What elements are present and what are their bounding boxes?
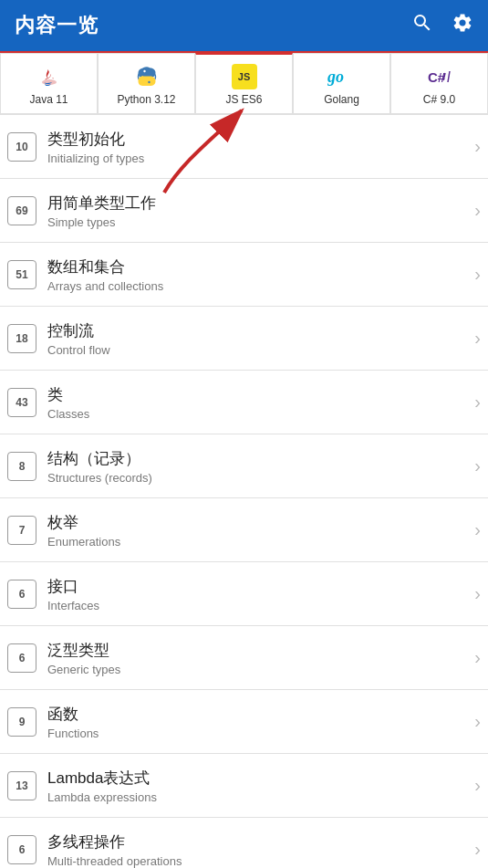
chevron-right-icon: › xyxy=(474,392,481,413)
tab-csharp[interactable]: C# C# 9.0 xyxy=(390,53,488,113)
badge-count: 18 xyxy=(7,324,36,353)
chevron-right-icon: › xyxy=(474,583,481,604)
svg-text:C#: C# xyxy=(428,69,446,85)
tab-java-label: Java 11 xyxy=(29,93,67,106)
item-title-chinese: 数组和集合 xyxy=(47,256,469,277)
content-list: 10 类型初始化 Initializing of types › 69 用简单类… xyxy=(0,115,488,868)
item-text: 函数 Functions xyxy=(47,704,469,740)
chevron-right-icon: › xyxy=(474,647,481,668)
tab-csharp-label: C# 9.0 xyxy=(423,93,455,106)
item-title-english: Control flow xyxy=(47,343,469,357)
badge-count: 69 xyxy=(7,196,36,225)
list-item[interactable]: 6 接口 Interfaces › xyxy=(0,562,488,626)
item-title-chinese: 函数 xyxy=(47,704,469,725)
tab-js-label: JS ES6 xyxy=(225,93,262,106)
item-title-english: Generic types xyxy=(47,663,469,676)
badge-count: 8 xyxy=(7,452,36,481)
java-icon xyxy=(35,62,64,91)
chevron-right-icon: › xyxy=(474,711,481,732)
list-item[interactable]: 69 用简单类型工作 Simple types › xyxy=(0,179,488,243)
settings-icon[interactable] xyxy=(452,12,473,39)
item-text: 泛型类型 Generic types xyxy=(47,640,469,676)
item-text: 控制流 Control flow xyxy=(47,320,469,357)
svg-point-0 xyxy=(42,79,57,85)
item-text: 类 Classes xyxy=(47,384,469,421)
list-item[interactable]: 7 枚举 Enumerations › xyxy=(0,498,488,562)
item-title-chinese: 结构（记录） xyxy=(47,448,469,469)
item-title-english: Initializing of types xyxy=(47,152,469,165)
tab-golang[interactable]: go Golang xyxy=(293,53,390,113)
badge-count: 6 xyxy=(7,580,36,609)
item-title-chinese: 类型初始化 xyxy=(47,129,469,150)
list-item[interactable]: 43 类 Classes › xyxy=(0,371,488,434)
app-header: 内容一览 xyxy=(0,0,488,51)
badge-count: 7 xyxy=(7,516,36,545)
item-text: 结构（记录） Structures (records) xyxy=(47,448,469,485)
tab-bar: Java 11 Python 3.12 JS JS ES6 xyxy=(0,51,488,115)
svg-text:go: go xyxy=(327,68,344,86)
item-title-english: Enumerations xyxy=(47,535,469,549)
list-item[interactable]: 6 多线程操作 Multi-threaded operations › xyxy=(0,818,488,868)
item-title-english: Simple types xyxy=(47,215,469,229)
item-text: Lambda表达式 Lambda expressions xyxy=(47,768,469,804)
item-title-chinese: 用简单类型工作 xyxy=(47,193,469,214)
chevron-right-icon: › xyxy=(474,455,481,476)
tab-python-label: Python 3.12 xyxy=(117,93,175,106)
chevron-right-icon: › xyxy=(474,839,481,860)
chevron-right-icon: › xyxy=(474,264,481,285)
badge-count: 10 xyxy=(7,132,36,162)
item-title-chinese: 泛型类型 xyxy=(47,640,469,661)
item-title-chinese: 控制流 xyxy=(47,320,469,341)
badge-count: 51 xyxy=(7,260,36,289)
list-item[interactable]: 10 类型初始化 Initializing of types › xyxy=(0,115,488,179)
item-title-chinese: 类 xyxy=(47,384,469,405)
tab-java[interactable]: Java 11 xyxy=(0,53,98,113)
item-title-english: Functions xyxy=(47,727,469,740)
item-text: 多线程操作 Multi-threaded operations xyxy=(47,831,469,868)
item-title-chinese: 枚举 xyxy=(47,512,469,533)
list-item[interactable]: 51 数组和集合 Arrays and collections › xyxy=(0,243,488,307)
item-title-english: Interfaces xyxy=(47,599,469,612)
header-actions xyxy=(411,12,473,39)
chevron-right-icon: › xyxy=(474,136,481,157)
item-text: 接口 Interfaces xyxy=(47,576,469,612)
chevron-right-icon: › xyxy=(474,775,481,796)
badge-count: 43 xyxy=(7,388,36,417)
item-title-english: Multi-threaded operations xyxy=(47,854,469,868)
item-text: 枚举 Enumerations xyxy=(47,512,469,549)
tab-python[interactable]: Python 3.12 xyxy=(98,53,195,113)
chevron-right-icon: › xyxy=(474,200,481,221)
tab-js[interactable]: JS JS ES6 xyxy=(195,53,293,113)
item-title-english: Lambda expressions xyxy=(47,790,469,804)
page-title: 内容一览 xyxy=(15,12,99,39)
list-item[interactable]: 13 Lambda表达式 Lambda expressions › xyxy=(0,754,488,818)
list-item[interactable]: 9 函数 Functions › xyxy=(0,690,488,754)
chevron-right-icon: › xyxy=(474,328,481,349)
list-item[interactable]: 6 泛型类型 Generic types › xyxy=(0,626,488,690)
item-title-english: Classes xyxy=(47,407,469,421)
item-text: 用简单类型工作 Simple types xyxy=(47,193,469,229)
svg-point-2 xyxy=(148,80,150,82)
js-icon: JS xyxy=(230,62,259,91)
item-text: 类型初始化 Initializing of types xyxy=(47,129,469,165)
search-icon[interactable] xyxy=(411,12,433,39)
item-title-english: Arrays and collections xyxy=(47,279,469,293)
item-title-chinese: Lambda表达式 xyxy=(47,768,469,789)
csharp-icon: C# xyxy=(425,62,454,91)
chevron-right-icon: › xyxy=(474,519,481,540)
badge-count: 6 xyxy=(7,643,36,673)
python-icon xyxy=(132,62,161,91)
item-title-chinese: 多线程操作 xyxy=(47,831,469,852)
badge-count: 13 xyxy=(7,771,36,800)
tab-golang-label: Golang xyxy=(324,93,359,106)
list-item[interactable]: 8 结构（记录） Structures (records) › xyxy=(0,434,488,498)
list-item[interactable]: 18 控制流 Control flow › xyxy=(0,307,488,371)
item-title-chinese: 接口 xyxy=(47,576,469,597)
badge-count: 6 xyxy=(7,835,36,864)
badge-count: 9 xyxy=(7,707,36,737)
item-title-english: Structures (records) xyxy=(47,471,469,485)
item-text: 数组和集合 Arrays and collections xyxy=(47,256,469,293)
golang-icon: go xyxy=(327,62,357,91)
svg-point-1 xyxy=(143,69,145,71)
